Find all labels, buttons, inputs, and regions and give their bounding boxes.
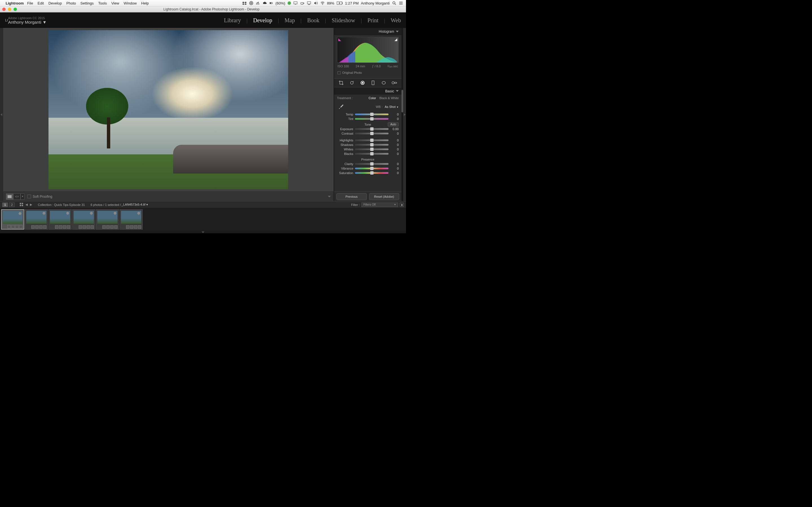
saturation-slider[interactable]: [355, 172, 389, 174]
thumbnail-3[interactable]: [49, 209, 71, 230]
identity-line2[interactable]: Anthony Morganti ▼: [8, 20, 47, 24]
left-panel-toggle[interactable]: [0, 28, 3, 201]
module-print[interactable]: Print: [367, 17, 378, 24]
thumbnail-4[interactable]: [72, 209, 95, 230]
vibrance-slider[interactable]: [355, 168, 389, 169]
thumbnail-1[interactable]: [1, 209, 24, 230]
grid-view-icon[interactable]: [20, 203, 23, 207]
menu-settings[interactable]: Settings: [80, 1, 94, 5]
menu-file[interactable]: File: [27, 1, 33, 5]
redeye-tool[interactable]: [359, 80, 366, 86]
blacks-slider[interactable]: [355, 153, 389, 155]
second-window-button[interactable]: 2: [9, 203, 15, 207]
menubar-extra-1-icon[interactable]: [256, 1, 260, 5]
volume-icon[interactable]: [313, 1, 318, 5]
main-window-button[interactable]: 1: [2, 203, 8, 207]
tint-slider[interactable]: [355, 118, 389, 120]
filter-lock-icon[interactable]: ▮: [400, 203, 404, 207]
tint-value[interactable]: 0: [390, 117, 399, 121]
grad-filter-tool[interactable]: [369, 80, 377, 86]
temp-value[interactable]: 0: [390, 113, 399, 116]
clarity-slider[interactable]: [355, 163, 389, 165]
histogram-header[interactable]: Histogram: [334, 28, 402, 35]
cc-icon[interactable]: [249, 1, 253, 5]
module-map[interactable]: Map: [285, 17, 295, 24]
notification-center-icon[interactable]: [399, 1, 403, 5]
zoom-window-button[interactable]: [13, 8, 17, 11]
module-slideshow[interactable]: Slideshow: [332, 17, 355, 24]
module-library[interactable]: Library: [224, 17, 241, 24]
auto-tone-button[interactable]: Auto: [388, 122, 399, 126]
reset-button[interactable]: Reset (Adobe): [369, 193, 400, 200]
temp-slider[interactable]: [355, 114, 389, 115]
filename-label[interactable]: _LAN4573x5-4.tif ▾: [121, 203, 148, 207]
whites-value[interactable]: 0: [390, 148, 399, 151]
thumbnail-2[interactable]: [25, 209, 48, 230]
shadows-value[interactable]: 0: [390, 143, 399, 147]
contrast-value[interactable]: 0: [390, 132, 399, 135]
contrast-slider[interactable]: [355, 133, 389, 134]
previous-button[interactable]: Previous: [336, 193, 367, 200]
before-after-menu-button[interactable]: ▼: [20, 193, 24, 200]
filmstrip[interactable]: [0, 208, 406, 231]
close-window-button[interactable]: [2, 8, 6, 11]
user-text[interactable]: Anthony Morganti: [361, 1, 390, 5]
wb-dropdown[interactable]: As Shot ▼: [385, 105, 399, 108]
nav-forward-icon[interactable]: ▶: [30, 203, 32, 207]
treatment-color[interactable]: Color: [368, 96, 376, 100]
spotlight-icon[interactable]: [392, 1, 396, 5]
minimize-window-button[interactable]: [8, 8, 11, 11]
airplay-icon[interactable]: [307, 1, 311, 5]
soft-proofing-checkbox[interactable]: [28, 194, 31, 198]
whites-slider[interactable]: [355, 149, 389, 150]
original-photo-checkbox[interactable]: [338, 71, 341, 74]
exposure-slider[interactable]: [355, 128, 389, 130]
filmstrip-toggle[interactable]: [0, 231, 406, 233]
basic-header[interactable]: Basic: [334, 87, 402, 95]
collection-label[interactable]: Collection : Quick Tips Episode 31: [38, 203, 85, 207]
module-book[interactable]: Book: [307, 17, 319, 24]
treatment-bw[interactable]: Black & White: [379, 96, 399, 100]
thumbnail-6[interactable]: [119, 209, 143, 230]
wifi-icon[interactable]: [320, 1, 325, 5]
menu-window[interactable]: Window: [124, 1, 137, 5]
spot-tool[interactable]: [348, 80, 356, 86]
exposure-value[interactable]: 0.00: [390, 127, 399, 131]
menu-view[interactable]: View: [111, 1, 119, 5]
menu-photo[interactable]: Photo: [66, 1, 76, 5]
histogram-graph[interactable]: [337, 37, 399, 63]
module-develop[interactable]: Develop: [253, 17, 272, 24]
caffeine-icon[interactable]: [300, 1, 305, 5]
highlights-slider[interactable]: [355, 139, 389, 141]
thumbnail-5[interactable]: [96, 209, 119, 230]
menu-edit[interactable]: Edit: [38, 1, 44, 5]
nav-back-icon[interactable]: ◀: [26, 203, 28, 207]
crop-tool[interactable]: [338, 80, 345, 86]
clock-text[interactable]: 1:27 PM: [345, 1, 359, 5]
menu-tools[interactable]: Tools: [98, 1, 107, 5]
blacks-value[interactable]: 0: [390, 152, 399, 156]
display-icon[interactable]: [293, 1, 298, 5]
clarity-value[interactable]: 0: [390, 162, 399, 166]
highlights-value[interactable]: 0: [390, 138, 399, 142]
shadows-slider[interactable]: [355, 144, 389, 146]
green-dot-icon[interactable]: [288, 1, 291, 5]
menu-develop[interactable]: Develop: [49, 1, 62, 5]
saturation-value[interactable]: 0: [390, 171, 399, 175]
loupe-view-button[interactable]: [6, 193, 13, 200]
brush-tool[interactable]: [391, 80, 398, 86]
app-menu[interactable]: Lightroom: [6, 1, 24, 5]
cloud-icon[interactable]: [262, 1, 267, 5]
wb-eyedropper[interactable]: [337, 103, 345, 111]
before-after-button[interactable]: Y|Y: [13, 193, 20, 200]
radial-filter-tool[interactable]: [380, 80, 388, 86]
filter-dropdown[interactable]: Filters Off▼: [361, 203, 398, 207]
toolbar-menu-button[interactable]: [328, 196, 331, 198]
battery-sys-icon[interactable]: [337, 1, 343, 5]
battery-mac-icon[interactable]: [269, 1, 273, 5]
canvas-area[interactable]: [3, 28, 334, 191]
vibrance-value[interactable]: 0: [390, 167, 399, 170]
dropbox-icon[interactable]: [242, 1, 247, 5]
right-panel-toggle[interactable]: [403, 28, 406, 201]
menu-help[interactable]: Help: [141, 1, 149, 5]
